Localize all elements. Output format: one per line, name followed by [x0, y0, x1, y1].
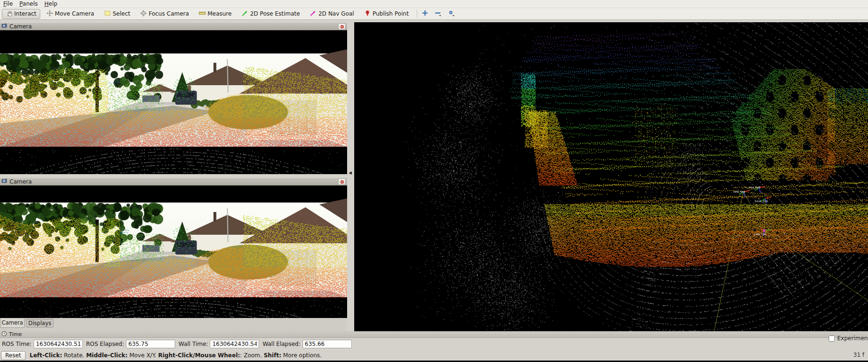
measure-label: Measure [207, 10, 232, 17]
time-panel: Time ROS Time: ROS Elapsed: Wall Time: W… [0, 331, 868, 350]
time-panel-header[interactable]: Time [0, 331, 868, 338]
time-fields-row: ROS Time: ROS Elapsed: Wall Time: Wall E… [0, 338, 868, 350]
menu-bar: File Panels Help [0, 0, 868, 8]
tool-properties-button[interactable] [447, 9, 455, 18]
publish-point-pin-icon [364, 10, 371, 18]
measure-ruler-icon [199, 10, 206, 18]
pose-estimate-arrow-icon [242, 10, 248, 18]
select-tool-button[interactable]: Select [100, 9, 134, 19]
experimental-checkbox[interactable] [829, 336, 835, 342]
nav-goal-label: 2D Nav Goal [318, 10, 354, 17]
tab-displays[interactable]: Displays [26, 319, 54, 327]
status-bar: Reset Left-Click: Rotate. Middle-Click: … [0, 350, 868, 361]
plus-icon [421, 9, 429, 18]
dock-splitter[interactable]: ◀ [347, 20, 354, 331]
move-camera-label: Move Camera [55, 10, 94, 17]
move-camera-icon [46, 10, 53, 18]
nav-goal-tool-button[interactable]: 2D Nav Goal [306, 9, 358, 19]
ros-elapsed-input[interactable] [126, 340, 175, 348]
minus-icon [434, 9, 442, 18]
menu-file[interactable]: File [0, 0, 16, 8]
camera2-panel-titlebar[interactable]: Camera [0, 177, 347, 185]
menu-panels[interactable]: Panels [16, 0, 41, 8]
wall-time-label: Wall Time: [179, 341, 208, 347]
fps-counter: 31 f [853, 352, 864, 358]
interact-hand-icon [6, 10, 12, 18]
camera1-image-canvas[interactable] [0, 30, 347, 174]
focus-camera-label: Focus Camera [149, 10, 189, 17]
publish-point-tool-button[interactable]: Publish Point [360, 9, 412, 19]
menu-help[interactable]: Help [41, 0, 61, 8]
reset-button[interactable]: Reset [1, 351, 26, 360]
wall-elapsed-label: Wall Elapsed: [262, 341, 300, 347]
splitter-collapse-arrow-icon[interactable]: ◀ [349, 170, 352, 175]
pose-estimate-tool-button[interactable]: 2D Pose Estimate [238, 9, 304, 19]
camera1-panel-title: Camera [9, 23, 32, 30]
close-icon [340, 180, 344, 184]
pointcloud-3d-canvas[interactable] [354, 22, 868, 331]
focus-crosshair-icon [140, 10, 147, 18]
measure-tool-button[interactable]: Measure [195, 9, 235, 19]
camera2-close-button[interactable] [338, 178, 346, 185]
tool-properties-eye-icon [447, 9, 455, 18]
pose-estimate-label: 2D Pose Estimate [250, 10, 300, 17]
toolbar-separator [417, 10, 417, 18]
clock-icon [1, 331, 7, 338]
camera2-image-canvas[interactable] [0, 185, 347, 318]
publish-point-label: Publish Point [373, 10, 409, 17]
interact-label: Interact [14, 10, 36, 17]
move-camera-tool-button[interactable]: Move Camera [43, 9, 98, 19]
select-box-icon [104, 10, 111, 18]
ros-time-label: ROS Time: [2, 341, 32, 347]
camera2-viewport[interactable] [0, 185, 347, 318]
add-tool-plus-button[interactable] [421, 9, 429, 18]
camera-panel-icon [1, 23, 8, 30]
experimental-label: Experimental [837, 335, 868, 342]
select-label: Select [113, 10, 130, 17]
close-icon [340, 25, 344, 28]
camera1-panel-titlebar[interactable]: Camera [0, 22, 347, 30]
remove-tool-minus-button[interactable] [434, 9, 442, 18]
experimental-option: Experimental [829, 335, 868, 342]
panel-tabbar: Camera Displays [0, 318, 347, 331]
ros-time-input[interactable] [34, 340, 83, 348]
wall-elapsed-input[interactable] [303, 340, 352, 348]
wall-time-input[interactable] [210, 340, 259, 348]
toolbar: Interact Move Camera Select Focus Camera… [0, 8, 868, 20]
ros-elapsed-label: ROS Elapsed: [86, 341, 124, 347]
focus-camera-tool-button[interactable]: Focus Camera [136, 9, 193, 19]
mouse-help-text: Left-Click: Rotate. Middle-Click: Move X… [30, 352, 322, 359]
camera1-close-button[interactable] [338, 23, 346, 30]
time-panel-title: Time [9, 331, 22, 337]
3d-render-view[interactable] [354, 22, 868, 331]
camera2-panel-title: Camera [9, 178, 32, 185]
tab-camera[interactable]: Camera [0, 318, 25, 328]
interact-tool-button[interactable]: Interact [2, 9, 40, 19]
nav-goal-arrow-icon [310, 10, 316, 18]
camera1-viewport[interactable] [0, 30, 347, 174]
camera-panel-icon [1, 178, 8, 185]
